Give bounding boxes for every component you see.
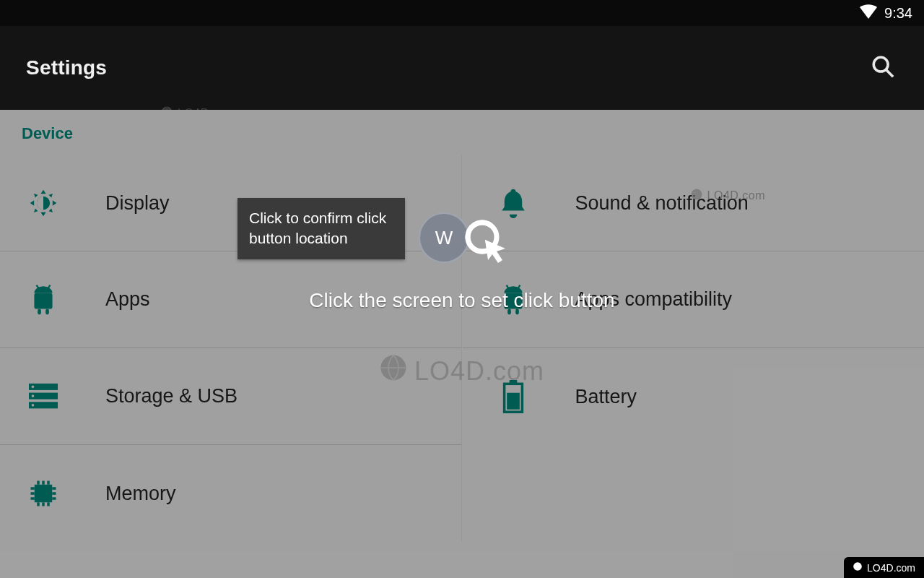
content-area[interactable]: Device Display Apps xyxy=(0,110,924,578)
settings-label: Memory xyxy=(105,483,176,505)
section-heading-device: Device xyxy=(0,110,924,155)
svg-point-28 xyxy=(691,189,702,200)
svg-point-14 xyxy=(32,385,35,388)
svg-rect-4 xyxy=(34,293,52,309)
svg-line-20 xyxy=(518,285,520,288)
android-icon xyxy=(23,280,64,320)
svg-line-7 xyxy=(37,285,39,288)
brightness-icon xyxy=(23,183,64,223)
settings-label: Apps xyxy=(105,288,150,311)
watermark-small-2: LO4D.com xyxy=(690,188,765,204)
svg-rect-25 xyxy=(507,393,520,410)
svg-point-0 xyxy=(873,57,888,72)
avatar-letter: W xyxy=(435,227,453,249)
settings-item-empty xyxy=(463,445,925,542)
status-bar: 9:34 xyxy=(0,0,924,26)
settings-label: Storage & USB xyxy=(105,385,237,407)
globe-icon xyxy=(853,561,863,574)
click-tooltip: Click to confirm click button location xyxy=(237,198,405,259)
settings-grid: Display Apps Storage & USB xyxy=(0,155,924,542)
memory-icon xyxy=(23,473,64,514)
svg-point-15 xyxy=(32,394,35,397)
svg-line-1 xyxy=(886,69,893,77)
svg-point-30 xyxy=(853,562,862,571)
search-button[interactable] xyxy=(871,54,895,82)
click-cursor-icon xyxy=(462,217,513,270)
watermark-center: LO4D.com xyxy=(380,354,544,388)
globe-icon xyxy=(690,188,703,204)
settings-label: Battery xyxy=(575,386,637,408)
wifi-icon xyxy=(860,4,884,22)
svg-rect-9 xyxy=(38,309,41,314)
svg-line-19 xyxy=(506,285,508,288)
svg-rect-17 xyxy=(35,485,53,503)
globe-icon xyxy=(380,354,407,388)
settings-column-right: Sound & notification Apps compatibility … xyxy=(463,155,925,542)
storage-icon xyxy=(23,376,64,417)
settings-item-memory[interactable]: Memory xyxy=(0,445,462,542)
svg-point-16 xyxy=(32,404,35,407)
status-time: 9:34 xyxy=(884,5,912,22)
page-title: Settings xyxy=(26,56,107,79)
screen: 9:34 Settings LO4D.com Device xyxy=(0,0,924,578)
app-bar: Settings LO4D.com xyxy=(0,26,924,110)
overlay-instruction: Click the screen to set click button xyxy=(309,289,614,312)
watermark-badge: LO4D.com xyxy=(844,557,924,578)
svg-line-8 xyxy=(48,285,50,288)
svg-rect-10 xyxy=(45,309,49,314)
settings-label: Display xyxy=(105,192,170,215)
